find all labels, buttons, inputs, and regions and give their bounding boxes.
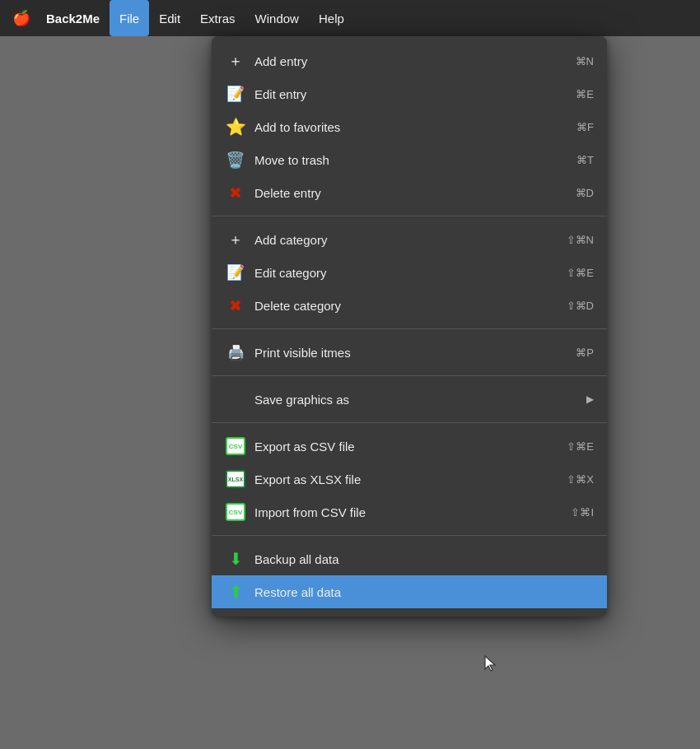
delete-category-item[interactable]: ✖ Delete category ⇧⌘D — [212, 289, 607, 322]
save-graphics-icon — [225, 388, 246, 410]
plus-icon: ＋ — [225, 50, 246, 72]
export-csv-label: Export as CSV file — [254, 440, 567, 454]
restore-all-item[interactable]: ⬆ Restore all data — [212, 575, 607, 608]
plus-icon-2: ＋ — [225, 229, 246, 250]
menu-section-graphics: Save graphics as ▶ — [212, 379, 607, 419]
restore-icon: ⬆ — [225, 581, 246, 602]
export-csv-item[interactable]: CSV Export as CSV file ⇧⌘E — [212, 430, 607, 463]
add-entry-shortcut: ⌘N — [576, 55, 594, 67]
divider-3 — [212, 375, 607, 376]
delete-category-shortcut: ⇧⌘D — [567, 300, 594, 312]
star-icon: ⭐ — [225, 116, 246, 137]
move-trash-item[interactable]: 🗑️ Move to trash ⌘T — [212, 143, 607, 176]
backup-all-label: Backup all data — [254, 552, 594, 566]
move-trash-shortcut: ⌘T — [576, 154, 594, 166]
divider-4 — [212, 422, 607, 423]
menu-section-categories: ＋ Add category ⇧⌘N 📝 Edit category ⇧⌘E ✖… — [212, 220, 607, 325]
edit-category-icon: 📝 — [225, 262, 246, 283]
save-graphics-item[interactable]: Save graphics as ▶ — [212, 383, 607, 416]
add-favorites-label: Add to favorites — [254, 120, 576, 134]
save-graphics-label: Save graphics as — [254, 393, 586, 407]
edit-entry-item[interactable]: 📝 Edit entry ⌘E — [212, 77, 607, 110]
mouse-cursor — [483, 654, 498, 676]
add-category-label: Add category — [254, 233, 567, 247]
import-csv-shortcut: ⇧⌘I — [571, 506, 594, 519]
export-xlsx-shortcut: ⇧⌘X — [567, 473, 594, 486]
xlsx-icon: XLSX — [225, 468, 246, 490]
menu-section-export: CSV Export as CSV file ⇧⌘E XLSX Export a… — [212, 426, 607, 532]
export-xlsx-item[interactable]: XLSX Export as XLSX file ⇧⌘X — [212, 463, 607, 495]
divider-5 — [212, 535, 607, 536]
apple-menu[interactable]: 🍎 — [7, 0, 36, 36]
app-name[interactable]: Back2Me — [36, 0, 110, 36]
export-csv-shortcut: ⇧⌘E — [567, 440, 594, 453]
help-menu[interactable]: Help — [309, 0, 354, 36]
edit-entry-label: Edit entry — [254, 87, 576, 101]
trash-icon: 🗑️ — [225, 149, 246, 170]
window-menu[interactable]: Window — [245, 0, 309, 36]
add-category-shortcut: ⇧⌘N — [567, 234, 594, 246]
import-csv-item[interactable]: CSV Import from CSV file ⇧⌘I — [212, 495, 607, 528]
menu-bar: 🍎 Back2Me File Edit Extras Window Help — [0, 0, 700, 36]
menu-section-entries: ＋ Add entry ⌘N 📝 Edit entry ⌘E ⭐ Add to … — [212, 41, 607, 212]
export-xlsx-label: Export as XLSX file — [254, 472, 567, 486]
add-favorites-shortcut: ⌘F — [576, 121, 594, 133]
import-csv-label: Import from CSV file — [254, 505, 571, 519]
delete-entry-shortcut: ⌘D — [576, 187, 594, 199]
delete-category-label: Delete category — [254, 299, 567, 313]
delete-entry-label: Delete entry — [254, 186, 576, 200]
menu-section-backup: ⬇ Backup all data ⬆ Restore all data — [212, 539, 607, 612]
divider-2 — [212, 328, 607, 329]
delete-entry-icon: ✖ — [225, 182, 246, 203]
edit-category-item[interactable]: 📝 Edit category ⇧⌘E — [212, 256, 607, 289]
add-favorites-item[interactable]: ⭐ Add to favorites ⌘F — [212, 110, 607, 143]
edit-category-label: Edit category — [254, 266, 567, 280]
edit-menu[interactable]: Edit — [149, 0, 190, 36]
divider-1 — [212, 216, 607, 216]
import-csv-icon: CSV — [225, 501, 246, 523]
delete-entry-item[interactable]: ✖ Delete entry ⌘D — [212, 176, 607, 209]
file-menu[interactable]: File — [110, 0, 149, 36]
backup-all-item[interactable]: ⬇ Backup all data — [212, 542, 607, 575]
csv-icon: CSV — [225, 435, 246, 457]
edit-icon: 📝 — [225, 83, 246, 105]
menu-section-print: 🖨️ Print visible itmes ⌘P — [212, 333, 607, 372]
add-category-item[interactable]: ＋ Add category ⇧⌘N — [212, 223, 607, 256]
delete-category-icon: ✖ — [225, 295, 246, 316]
move-trash-label: Move to trash — [254, 153, 576, 167]
print-visible-shortcut: ⌘P — [576, 347, 594, 359]
print-visible-item[interactable]: 🖨️ Print visible itmes ⌘P — [212, 336, 607, 369]
restore-all-label: Restore all data — [254, 585, 594, 599]
add-entry-item[interactable]: ＋ Add entry ⌘N — [212, 44, 607, 77]
submenu-arrow: ▶ — [586, 393, 594, 405]
edit-category-shortcut: ⇧⌘E — [567, 267, 594, 279]
print-visible-label: Print visible itmes — [254, 346, 576, 360]
file-dropdown: ＋ Add entry ⌘N 📝 Edit entry ⌘E ⭐ Add to … — [212, 36, 607, 616]
print-icon: 🖨️ — [225, 342, 246, 363]
backup-icon: ⬇ — [225, 548, 246, 570]
edit-entry-shortcut: ⌘E — [576, 88, 594, 100]
add-entry-label: Add entry — [254, 54, 576, 68]
extras-menu[interactable]: Extras — [190, 0, 245, 36]
